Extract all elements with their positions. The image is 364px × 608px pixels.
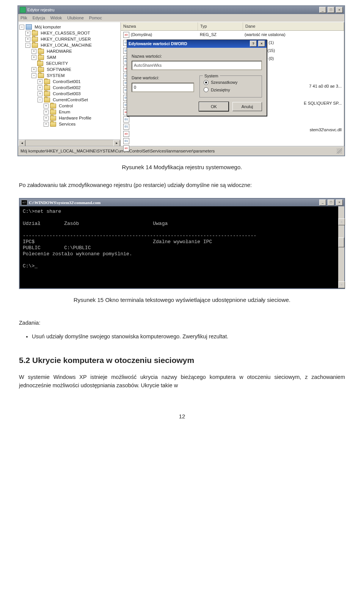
menu-edit[interactable]: Edycja xyxy=(33,15,45,21)
cancel-button[interactable]: Anuluj xyxy=(232,102,262,111)
col-type[interactable]: Typ xyxy=(198,22,243,30)
ok-button[interactable]: OK xyxy=(199,102,229,111)
close-button[interactable]: × xyxy=(336,7,343,13)
folder-icon xyxy=(44,79,50,84)
figure-caption-15: Rysunek 15 Okno terminala tekstowego wyś… xyxy=(19,296,345,305)
scroll-down-icon[interactable]: ▼ xyxy=(338,281,345,288)
figure-caption-14: Rysunek 14 Modyfikacja rejestru systemow… xyxy=(19,163,345,172)
paragraph: W systemie Windows XP istnieje możliwość… xyxy=(19,373,345,390)
tree-hkcu[interactable]: HKEY_CURRENT_USER xyxy=(41,36,91,42)
folder-icon xyxy=(32,37,38,42)
tree-pane[interactable]: − Mój komputer + HKEY_CLASSES_ROOT + HKE… xyxy=(19,22,121,146)
tree-control[interactable]: Control xyxy=(59,103,73,109)
name-value-field[interactable]: AutoShareWks xyxy=(132,61,262,70)
reg-dword-icon: 01 xyxy=(123,138,129,144)
tree-hklm[interactable]: HKEY_LOCAL_MACHINE xyxy=(41,42,92,48)
tree-cs001[interactable]: ControlSet001 xyxy=(53,79,81,85)
menu-help[interactable]: Pomoc xyxy=(89,15,102,21)
tree-ccs[interactable]: CurrentControlSet xyxy=(53,97,88,103)
console-vscrollbar[interactable]: ▲ ▼ xyxy=(338,206,344,288)
menubar: Plik Edycja Widok Ulubione Pomoc xyxy=(18,14,344,22)
folder-icon xyxy=(44,97,50,102)
scroll-left-icon[interactable]: ◄ xyxy=(19,140,25,146)
reg-sz-icon: ab xyxy=(123,131,129,137)
dialog-title: Edytowanie wartości DWORD xyxy=(129,41,187,47)
folder-icon xyxy=(50,122,56,127)
regedit-window: Edytor rejestru _ □ × Plik Edycja Widok … xyxy=(17,5,345,156)
dialog-help-button[interactable]: ? xyxy=(250,41,257,47)
scroll-up-icon[interactable]: ▲ xyxy=(338,218,345,225)
radio-dec[interactable]: Dziesiętny xyxy=(204,87,258,93)
system-legend: System xyxy=(203,73,220,79)
reg-sz-icon: ab xyxy=(123,145,129,151)
folder-icon xyxy=(38,49,44,54)
radio-dot-icon xyxy=(204,80,209,85)
tasks-heading: Zadania: xyxy=(19,319,345,327)
menu-view[interactable]: Widok xyxy=(50,15,62,21)
name-label: Nazwa wartości: xyxy=(132,53,262,60)
tree-sam[interactable]: SAM xyxy=(47,54,56,60)
folder-icon xyxy=(50,104,56,108)
folder-icon xyxy=(50,116,56,121)
folder-icon xyxy=(37,61,43,66)
menu-fav[interactable]: Ulubione xyxy=(67,15,83,21)
statusbar: Mój komputer\HKEY_LOCAL_MACHINE\SYSTEM\C… xyxy=(18,146,344,156)
tree-enum[interactable]: Enum xyxy=(59,109,70,115)
edit-dword-dialog: Edytowanie wartości DWORD ? × Nazwa wart… xyxy=(127,39,267,116)
folder-icon xyxy=(32,31,38,36)
maximize-button[interactable]: □ xyxy=(328,7,334,13)
data-value-field[interactable]: 0 xyxy=(132,83,194,92)
resize-grip-icon[interactable] xyxy=(337,148,342,154)
folder-icon xyxy=(38,67,44,72)
computer-icon xyxy=(26,24,32,30)
peek-data: stem32\srvsvc.dll xyxy=(310,127,342,133)
reg-dword-icon: 01 xyxy=(123,116,129,123)
menu-file[interactable]: Plik xyxy=(20,15,27,21)
radio-hex[interactable]: Szesnastkowy xyxy=(204,79,258,86)
minimize-button[interactable]: _ xyxy=(319,200,326,206)
dialog-close-button[interactable]: × xyxy=(258,41,265,47)
scroll-thumb[interactable] xyxy=(338,237,344,247)
minimize-button[interactable]: _ xyxy=(319,7,326,13)
console-title: C:\WINDOWS\system32\command.com xyxy=(29,200,100,206)
paragraph: Po załadowaniu tak zmodyfikowanego rejes… xyxy=(19,181,345,190)
folder-icon xyxy=(50,110,56,115)
tree-root[interactable]: Mój komputer xyxy=(35,24,61,30)
col-data[interactable]: Dane xyxy=(243,22,344,30)
tree-hkcr[interactable]: HKEY_CLASSES_ROOT xyxy=(41,30,90,36)
tree-hscrollbar[interactable]: ◄ ► xyxy=(19,140,120,146)
tree-security[interactable]: SECURITY xyxy=(46,60,68,66)
radio-dot-icon xyxy=(204,87,209,92)
folder-icon xyxy=(44,85,50,90)
tree-hwprofile[interactable]: Hardware Profile xyxy=(59,115,91,121)
folder-icon xyxy=(32,43,38,48)
data-label: Dane wartości: xyxy=(132,75,194,81)
console-icon: c:\ xyxy=(21,200,27,205)
tree-services[interactable]: Services xyxy=(59,121,75,127)
scroll-right-icon[interactable]: ► xyxy=(113,140,120,146)
reg-dword-icon: 01 xyxy=(123,124,129,130)
status-text: Mój komputer\HKEY_LOCAL_MACHINE\SYSTEM\C… xyxy=(20,148,215,154)
regedit-titlebar: Edytor rejestru _ □ × xyxy=(18,6,344,14)
tree-cs002[interactable]: ControlSet002 xyxy=(53,85,81,91)
tree-system[interactable]: SYSTEM xyxy=(47,72,64,79)
table-row[interactable]: ab(Domyślna) REG_SZ (wartość nie ustalon… xyxy=(121,31,344,39)
tree-cs003[interactable]: ControlSet003 xyxy=(53,91,81,97)
close-button[interactable]: × xyxy=(336,200,343,206)
regedit-icon xyxy=(20,7,26,13)
page-number: 12 xyxy=(19,412,345,421)
folder-icon xyxy=(38,55,44,60)
tree-hardware[interactable]: HARDWARE xyxy=(47,48,72,54)
window-title: Edytor rejestru xyxy=(27,7,55,13)
task-item: Usuń udziały domyślne swojego stanowiska… xyxy=(32,333,345,341)
section-heading: 5.2 Ukrycie komputera w otoczeniu siecio… xyxy=(19,354,345,366)
console-body[interactable]: C:\>net share Udział Zasób Uwaga -------… xyxy=(20,206,344,288)
folder-icon xyxy=(38,73,44,78)
col-name[interactable]: Nazwa xyxy=(121,22,198,30)
tree-software[interactable]: SOFTWARE xyxy=(47,66,71,72)
maximize-button[interactable]: □ xyxy=(328,200,334,206)
folder-icon xyxy=(44,91,50,96)
peek-data: 7 41 a0 d0 ae 3... xyxy=(309,83,342,90)
reg-sz-icon: ab xyxy=(123,32,129,38)
console-window: c:\ C:\WINDOWS\system32\command.com _ □ … xyxy=(19,198,345,289)
